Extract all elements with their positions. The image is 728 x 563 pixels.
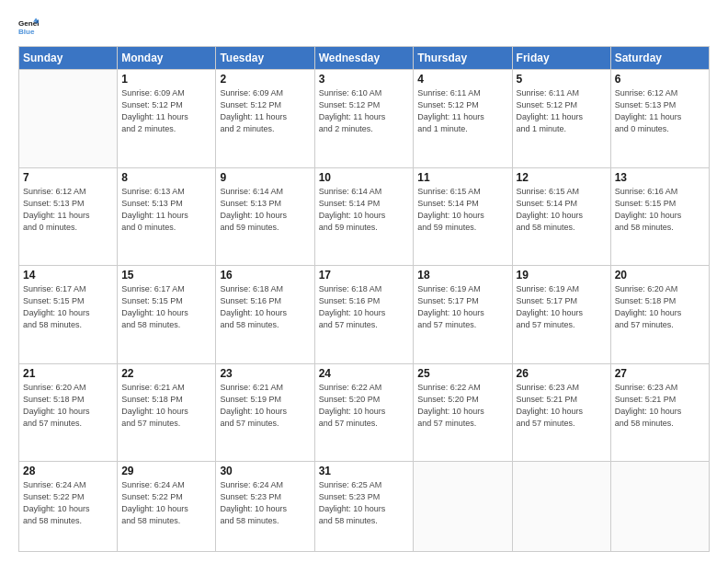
day-number: 1	[121, 73, 211, 86]
day-info: Sunrise: 6:24 AM Sunset: 5:23 PM Dayligh…	[220, 479, 310, 527]
svg-text:Blue: Blue	[18, 28, 35, 36]
weekday-saturday: Saturday	[610, 47, 709, 70]
header: General Blue	[18, 17, 710, 37]
day-number: 30	[220, 465, 310, 477]
week-row-2: 7Sunrise: 6:12 AM Sunset: 5:13 PM Daylig…	[19, 167, 710, 266]
day-number: 24	[319, 367, 410, 380]
day-number: 13	[615, 171, 705, 184]
day-cell	[414, 462, 512, 552]
day-info: Sunrise: 6:20 AM Sunset: 5:18 PM Dayligh…	[23, 382, 113, 430]
day-number: 27	[615, 367, 705, 380]
day-cell: 11Sunrise: 6:15 AM Sunset: 5:14 PM Dayli…	[414, 167, 512, 266]
day-info: Sunrise: 6:23 AM Sunset: 5:21 PM Dayligh…	[615, 382, 705, 430]
day-info: Sunrise: 6:17 AM Sunset: 5:15 PM Dayligh…	[23, 283, 113, 331]
day-number: 15	[121, 269, 211, 282]
day-info: Sunrise: 6:12 AM Sunset: 5:13 PM Dayligh…	[615, 87, 705, 135]
day-cell: 26Sunrise: 6:23 AM Sunset: 5:21 PM Dayli…	[512, 363, 610, 462]
day-info: Sunrise: 6:18 AM Sunset: 5:16 PM Dayligh…	[319, 283, 410, 331]
day-info: Sunrise: 6:16 AM Sunset: 5:15 PM Dayligh…	[615, 186, 705, 234]
day-cell: 19Sunrise: 6:19 AM Sunset: 5:17 PM Dayli…	[512, 266, 610, 364]
weekday-wednesday: Wednesday	[314, 47, 414, 70]
day-cell: 1Sunrise: 6:09 AM Sunset: 5:12 PM Daylig…	[118, 70, 216, 168]
day-number: 16	[220, 269, 310, 282]
day-number: 31	[319, 465, 410, 477]
day-number: 22	[121, 367, 211, 380]
day-cell: 2Sunrise: 6:09 AM Sunset: 5:12 PM Daylig…	[216, 70, 314, 168]
week-row-5: 28Sunrise: 6:24 AM Sunset: 5:22 PM Dayli…	[19, 462, 710, 552]
weekday-friday: Friday	[512, 47, 610, 70]
weekday-header-row: SundayMondayTuesdayWednesdayThursdayFrid…	[19, 47, 710, 70]
day-info: Sunrise: 6:12 AM Sunset: 5:13 PM Dayligh…	[23, 186, 113, 234]
day-cell: 6Sunrise: 6:12 AM Sunset: 5:13 PM Daylig…	[610, 70, 709, 168]
day-cell: 10Sunrise: 6:14 AM Sunset: 5:14 PM Dayli…	[314, 167, 414, 266]
day-info: Sunrise: 6:15 AM Sunset: 5:14 PM Dayligh…	[417, 186, 507, 234]
day-info: Sunrise: 6:17 AM Sunset: 5:15 PM Dayligh…	[121, 283, 211, 331]
day-cell: 3Sunrise: 6:10 AM Sunset: 5:12 PM Daylig…	[314, 70, 414, 168]
day-cell: 12Sunrise: 6:15 AM Sunset: 5:14 PM Dayli…	[512, 167, 610, 266]
day-number: 20	[615, 269, 705, 282]
day-info: Sunrise: 6:14 AM Sunset: 5:13 PM Dayligh…	[220, 186, 310, 234]
day-number: 5	[517, 73, 607, 86]
weekday-tuesday: Tuesday	[216, 47, 314, 70]
day-number: 25	[417, 367, 507, 380]
weekday-thursday: Thursday	[414, 47, 512, 70]
day-cell: 13Sunrise: 6:16 AM Sunset: 5:15 PM Dayli…	[610, 167, 709, 266]
day-info: Sunrise: 6:11 AM Sunset: 5:12 PM Dayligh…	[417, 87, 507, 135]
calendar-page: General Blue SundayMondayTuesdayWednesda…	[0, 0, 728, 563]
day-number: 26	[517, 367, 607, 380]
day-number: 19	[517, 269, 607, 282]
day-number: 3	[319, 73, 410, 86]
day-number: 8	[121, 171, 211, 184]
logo-icon: General Blue	[18, 17, 39, 37]
day-cell: 8Sunrise: 6:13 AM Sunset: 5:13 PM Daylig…	[118, 167, 216, 266]
day-info: Sunrise: 6:23 AM Sunset: 5:21 PM Dayligh…	[517, 382, 607, 430]
day-number: 12	[517, 171, 607, 184]
day-info: Sunrise: 6:21 AM Sunset: 5:18 PM Dayligh…	[121, 382, 211, 430]
day-cell: 28Sunrise: 6:24 AM Sunset: 5:22 PM Dayli…	[19, 462, 118, 552]
day-cell	[512, 462, 610, 552]
day-info: Sunrise: 6:18 AM Sunset: 5:16 PM Dayligh…	[220, 283, 310, 331]
week-row-4: 21Sunrise: 6:20 AM Sunset: 5:18 PM Dayli…	[19, 363, 710, 462]
week-row-1: 1Sunrise: 6:09 AM Sunset: 5:12 PM Daylig…	[19, 70, 710, 168]
day-number: 17	[319, 269, 410, 282]
day-cell: 17Sunrise: 6:18 AM Sunset: 5:16 PM Dayli…	[314, 266, 414, 364]
day-cell: 25Sunrise: 6:22 AM Sunset: 5:20 PM Dayli…	[414, 363, 512, 462]
day-number: 10	[319, 171, 410, 184]
day-number: 6	[615, 73, 705, 86]
day-cell: 9Sunrise: 6:14 AM Sunset: 5:13 PM Daylig…	[216, 167, 314, 266]
day-cell: 31Sunrise: 6:25 AM Sunset: 5:23 PM Dayli…	[314, 462, 414, 552]
day-cell: 16Sunrise: 6:18 AM Sunset: 5:16 PM Dayli…	[216, 266, 314, 364]
day-cell	[610, 462, 709, 552]
day-number: 23	[220, 367, 310, 380]
day-cell	[19, 70, 118, 168]
day-info: Sunrise: 6:22 AM Sunset: 5:20 PM Dayligh…	[319, 382, 410, 430]
day-cell: 20Sunrise: 6:20 AM Sunset: 5:18 PM Dayli…	[610, 266, 709, 364]
day-cell: 23Sunrise: 6:21 AM Sunset: 5:19 PM Dayli…	[216, 363, 314, 462]
day-info: Sunrise: 6:09 AM Sunset: 5:12 PM Dayligh…	[121, 87, 211, 135]
day-info: Sunrise: 6:20 AM Sunset: 5:18 PM Dayligh…	[615, 283, 705, 331]
day-info: Sunrise: 6:14 AM Sunset: 5:14 PM Dayligh…	[319, 186, 410, 234]
day-cell: 15Sunrise: 6:17 AM Sunset: 5:15 PM Dayli…	[118, 266, 216, 364]
day-number: 4	[417, 73, 507, 86]
weekday-sunday: Sunday	[19, 47, 118, 70]
day-cell: 27Sunrise: 6:23 AM Sunset: 5:21 PM Dayli…	[610, 363, 709, 462]
day-number: 2	[220, 73, 310, 86]
day-number: 14	[23, 269, 113, 282]
day-cell: 21Sunrise: 6:20 AM Sunset: 5:18 PM Dayli…	[19, 363, 118, 462]
day-info: Sunrise: 6:22 AM Sunset: 5:20 PM Dayligh…	[417, 382, 507, 430]
day-info: Sunrise: 6:19 AM Sunset: 5:17 PM Dayligh…	[417, 283, 507, 331]
day-info: Sunrise: 6:10 AM Sunset: 5:12 PM Dayligh…	[319, 87, 410, 135]
calendar-table: SundayMondayTuesdayWednesdayThursdayFrid…	[18, 46, 710, 552]
day-cell: 29Sunrise: 6:24 AM Sunset: 5:22 PM Dayli…	[118, 462, 216, 552]
day-info: Sunrise: 6:21 AM Sunset: 5:19 PM Dayligh…	[220, 382, 310, 430]
day-info: Sunrise: 6:13 AM Sunset: 5:13 PM Dayligh…	[121, 186, 211, 234]
week-row-3: 14Sunrise: 6:17 AM Sunset: 5:15 PM Dayli…	[19, 266, 710, 364]
day-cell: 30Sunrise: 6:24 AM Sunset: 5:23 PM Dayli…	[216, 462, 314, 552]
day-info: Sunrise: 6:09 AM Sunset: 5:12 PM Dayligh…	[220, 87, 310, 135]
day-cell: 5Sunrise: 6:11 AM Sunset: 5:12 PM Daylig…	[512, 70, 610, 168]
day-info: Sunrise: 6:11 AM Sunset: 5:12 PM Dayligh…	[517, 87, 607, 135]
day-number: 29	[121, 465, 211, 477]
day-cell: 4Sunrise: 6:11 AM Sunset: 5:12 PM Daylig…	[414, 70, 512, 168]
weekday-monday: Monday	[118, 47, 216, 70]
day-cell: 14Sunrise: 6:17 AM Sunset: 5:15 PM Dayli…	[19, 266, 118, 364]
